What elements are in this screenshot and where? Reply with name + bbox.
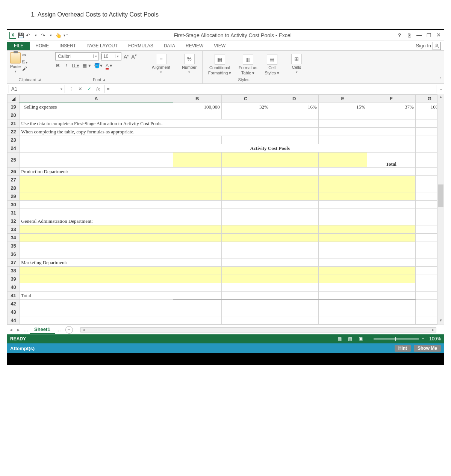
sign-in-button[interactable]: Sign In [413,42,444,50]
cell[interactable] [270,201,318,209]
cell[interactable] [20,283,173,292]
row-header[interactable]: 33 [8,225,20,234]
cell[interactable] [318,111,367,119]
qat-custom-icon[interactable]: ▾ ⁼ [63,32,69,38]
cell[interactable] [318,153,367,168]
copy-icon[interactable]: ⎘▾ [22,59,30,65]
cell[interactable] [270,292,318,300]
cell[interactable] [318,209,367,217]
cell[interactable] [318,267,367,275]
cell[interactable] [318,176,367,184]
cell[interactable] [221,267,270,275]
close-icon[interactable]: × [436,32,442,38]
touch-mode-icon[interactable]: 👆 [55,32,61,38]
number-button[interactable]: % Number▾ [179,52,199,76]
show-me-button[interactable]: Show Me [414,345,441,352]
row-header[interactable]: 40 [8,283,20,292]
cell[interactable] [173,217,221,225]
cell[interactable] [367,128,415,136]
cell[interactable] [173,209,221,217]
cell[interactable] [318,184,367,192]
qat-dropdown2-icon[interactable]: ▾ [48,32,54,38]
col-header-A[interactable]: A [20,95,173,103]
cell[interactable] [318,250,367,258]
cell[interactable] [173,267,221,275]
zoom-slider[interactable] [374,338,419,340]
cell[interactable] [221,209,270,217]
cell[interactable] [318,308,367,316]
cell[interactable] [20,176,173,184]
row-header[interactable]: 28 [8,184,20,192]
cell[interactable] [270,168,318,176]
cell[interactable] [221,234,270,242]
cell[interactable]: Production Department: [20,168,173,176]
cell[interactable] [173,136,221,144]
cell[interactable]: 100,000 [173,103,221,111]
bold-button[interactable]: B [55,63,61,68]
sheet-more2-icon[interactable]: … [55,327,62,332]
row-header[interactable]: 42 [8,300,20,308]
cell[interactable] [367,250,415,258]
cell[interactable] [173,184,221,192]
borders-icon[interactable]: ▦ ▾ [82,63,91,68]
row-header[interactable]: 21 [8,119,20,128]
row-header[interactable]: 25 [8,153,20,168]
col-header-B[interactable]: B [173,95,221,103]
row-header[interactable]: 38 [8,267,20,275]
cell[interactable] [173,168,221,176]
cell[interactable] [173,176,221,184]
cell[interactable] [270,234,318,242]
format-as-table-button[interactable]: ▥ Format asTable ▾ [239,54,257,75]
cell[interactable] [20,201,173,209]
cell[interactable] [270,242,318,250]
row-header[interactable]: 23 [8,136,20,144]
cell[interactable] [367,119,415,128]
expand-formula-icon[interactable]: ⌄ [438,86,444,91]
cell[interactable]: 32% [221,103,270,111]
cell[interactable] [221,316,270,325]
cell[interactable] [173,111,221,119]
row-header[interactable]: 35 [8,242,20,250]
cell[interactable] [173,192,221,201]
cell[interactable] [20,250,173,258]
tab-review[interactable]: REVIEW [180,42,209,50]
hscroll-left-icon[interactable]: ◂ [81,328,87,332]
cell[interactable] [367,316,415,325]
cell[interactable] [367,144,415,153]
cell[interactable] [367,292,415,300]
cell[interactable] [270,225,318,234]
cell[interactable]: 15% [318,103,367,111]
cell[interactable] [173,201,221,209]
cell[interactable] [20,234,173,242]
font-size-select[interactable]: 10▾ [101,52,121,60]
cell[interactable] [173,300,221,308]
cell[interactable] [367,300,415,308]
cell[interactable] [270,136,318,144]
view-pagelayout-icon[interactable]: ▤ [346,335,355,342]
cell[interactable] [20,153,173,168]
row-header[interactable]: 36 [8,250,20,258]
increase-font-icon[interactable]: A▴ [124,53,129,60]
cell[interactable] [221,153,270,168]
help-icon[interactable]: ? [397,32,403,38]
cell[interactable]: Selling expenses [20,103,173,111]
cell[interactable] [270,176,318,184]
cell[interactable] [221,242,270,250]
cell[interactable] [20,316,173,325]
cell[interactable] [20,144,173,153]
cell-styles-button[interactable]: ▤ CellStyles ▾ [265,54,279,75]
cell[interactable] [173,153,221,168]
fill-color-icon[interactable]: 🪣▾ [94,63,103,68]
cell[interactable] [270,275,318,283]
cell[interactable] [20,275,173,283]
alignment-button[interactable]: ≡ Alignment▾ [149,52,173,76]
cell[interactable] [318,119,367,128]
font-launcher-icon[interactable]: ◢ [103,78,105,82]
cell[interactable] [318,168,367,176]
cell[interactable] [221,184,270,192]
cell[interactable] [367,209,415,217]
cell[interactable] [221,225,270,234]
cell[interactable] [318,283,367,292]
cell[interactable] [367,184,415,192]
font-name-select[interactable]: Calibri▾ [55,52,99,60]
